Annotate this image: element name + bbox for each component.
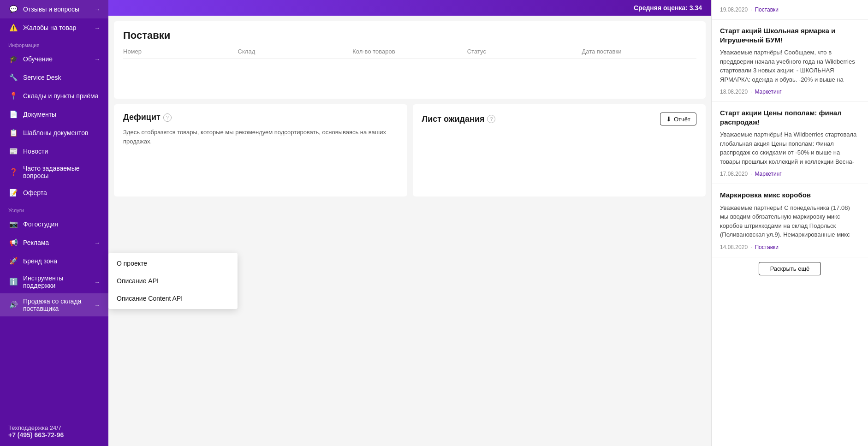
news-body-1: Уважаемые партнёры! Сообщаем, что в пред… (720, 48, 860, 85)
sidebar-item-label: Жалобы на товар (23, 24, 76, 31)
deficit-section: Дефицит ? Здесь отобразятся товары, кото… (114, 104, 407, 196)
col-date: Дата поставки (582, 48, 696, 55)
sidebar-item-label: Новости (23, 148, 48, 155)
col-number: Номер (123, 48, 238, 55)
support-phone: +7 (495) 663-72-96 (8, 431, 100, 439)
sidebar-item-label: Обучение (23, 55, 53, 63)
waitlist-help-icon[interactable]: ? (487, 115, 495, 123)
news-meta-2: 17.08.2020 · Маркетинг (720, 171, 860, 177)
deficit-header: Дефицит ? (123, 113, 398, 122)
news-body-2: Уважаемые партнёры! На Wildberries старт… (720, 130, 860, 167)
news-item-3[interactable]: Маркировка микс коробов Уважаемые партне… (712, 184, 868, 257)
wrench-icon: 🔧 (8, 72, 18, 83)
sidebar-item-servicedesk[interactable]: 🔧 Service Desk (0, 68, 108, 87)
supplies-table-header: Номер Склад Кол-во товаров Статус Дата п… (123, 48, 696, 59)
news-title-2: Старт акции Цены пополам: финал распрода… (720, 108, 860, 126)
sidebar-item-warehouses[interactable]: 📍 Склады и пункты приёма (0, 87, 108, 105)
waitlist-section: Лист ожидания ? ⬇ Отчёт (413, 104, 706, 196)
camera-icon: 📷 (8, 219, 18, 229)
rocket-icon: 🚀 (8, 256, 18, 266)
news-item-2[interactable]: Старт акции Цены пополам: финал распрода… (712, 102, 868, 184)
news-meta-1: 18.08.2020 · Маркетинг (720, 89, 860, 95)
main-area: Средняя оценка: 3.34 Поставки Номер Скла… (108, 0, 868, 446)
col-warehouse: Склад (238, 48, 353, 55)
location-icon: 📍 (8, 91, 18, 101)
sidebar-item-photostudio[interactable]: 📷 Фотостудия (0, 215, 108, 233)
sidebar-item-label: Реклама (23, 239, 49, 246)
supplies-title: Поставки (123, 30, 696, 42)
sidebar-item-stock[interactable]: 🔊 Продажа со склада поставщика → (0, 293, 108, 316)
support-label: Техподдержка 24/7 (8, 424, 100, 431)
arrow-icon: → (94, 279, 100, 285)
sidebar-item-label: Продажа со склада поставщика (23, 297, 94, 312)
news-tag-2: Маркетинг (755, 171, 781, 177)
news-item-1[interactable]: Старт акций Школьная ярмарка и Игрушечны… (712, 20, 868, 102)
col-qty: Кол-во товаров (352, 48, 467, 55)
news-date-3: 14.08.2020 (720, 244, 748, 250)
chat-icon: 💬 (8, 4, 18, 14)
news-tag-0: Поставки (755, 6, 779, 13)
sidebar-item-label: Шаблоны документов (23, 129, 89, 137)
sidebar-item-templates[interactable]: 📋 Шаблоны документов (0, 124, 108, 142)
expand-button[interactable]: Раскрыть ещё (759, 262, 821, 275)
report-button[interactable]: ⬇ Отчёт (660, 113, 696, 125)
megaphone-icon: 📢 (8, 238, 18, 248)
clipboard-icon: 📋 (8, 128, 18, 138)
speaker-icon: 🔊 (8, 300, 18, 310)
graduation-icon: 🎓 (8, 54, 18, 64)
deficit-help-icon[interactable]: ? (163, 113, 172, 122)
sidebar-item-tools[interactable]: ℹ️ Инструменты поддержки → (0, 270, 108, 293)
sidebar-item-faq[interactable]: ❓ Часто задаваемые вопросы (0, 161, 108, 184)
sidebar-item-label: Оферта (23, 189, 47, 196)
dropdown-menu: О проекте Описание API Описание Content … (108, 253, 238, 309)
info-icon: ℹ️ (8, 277, 18, 287)
news-date-0: 19.08.2020 (720, 6, 748, 13)
deficit-title: Дефицит (123, 113, 161, 122)
question-icon: ❓ (8, 167, 18, 177)
dropdown-item-about[interactable]: О проекте (108, 255, 238, 272)
sidebar-item-news[interactable]: 📰 Новости (0, 142, 108, 161)
sidebar-item-offer[interactable]: 📝 Оферта (0, 184, 108, 202)
sidebar-item-complaints[interactable]: ⚠️ Жалобы на товар → (0, 18, 108, 37)
arrow-icon: → (94, 302, 100, 309)
sidebar-item-reviews[interactable]: 💬 Отзывы и вопросы → (0, 0, 108, 18)
rating-text: Средняя оценка: 3.34 (634, 4, 702, 12)
news-item-0: 19.08.2020 · Поставки (712, 0, 868, 20)
offer-icon: 📝 (8, 188, 18, 198)
sidebar-item-documents[interactable]: 📄 Документы (0, 105, 108, 124)
center-panel: Средняя оценка: 3.34 Поставки Номер Скла… (108, 0, 711, 446)
sidebar-item-label: Бренд зона (23, 257, 57, 265)
sidebar-section-info: Информация (0, 37, 108, 50)
download-icon: ⬇ (666, 115, 672, 123)
news-title-3: Маркировка микс коробов (720, 190, 860, 200)
col-status: Статус (467, 48, 582, 55)
news-icon: 📰 (8, 146, 18, 156)
deficit-hint: Здесь отобразятся товары, которые мы рек… (123, 128, 398, 146)
dropdown-item-api[interactable]: Описание API (108, 272, 238, 290)
news-title-1: Старт акций Школьная ярмарка и Игрушечны… (720, 26, 860, 44)
report-label: Отчёт (674, 116, 690, 123)
news-date-1: 18.08.2020 (720, 89, 748, 95)
news-meta-3: 14.08.2020 · Поставки (720, 244, 860, 250)
news-date-2: 17.08.2020 (720, 171, 748, 177)
news-tag-3: Поставки (755, 244, 779, 250)
sidebar-item-label: Отзывы и вопросы (23, 6, 79, 13)
warning-icon: ⚠️ (8, 23, 18, 33)
content-area: Средняя оценка: 3.34 Поставки Номер Скла… (108, 0, 868, 446)
right-panel: 19.08.2020 · Поставки Старт акций Школьн… (711, 0, 868, 446)
dropdown-item-content-api[interactable]: Описание Content API (108, 290, 238, 307)
sidebar-item-label: Склады и пункты приёма (23, 92, 99, 100)
sidebar-item-education[interactable]: 🎓 Обучение → (0, 50, 108, 68)
sidebar-footer: Техподдержка 24/7 +7 (495) 663-72-96 (0, 417, 108, 446)
sidebar: 💬 Отзывы и вопросы → ⚠️ Жалобы на товар … (0, 0, 108, 446)
document-icon: 📄 (8, 109, 18, 119)
sidebar-item-label: Service Desk (23, 74, 61, 81)
sidebar-item-brandzone[interactable]: 🚀 Бренд зона (0, 252, 108, 270)
arrow-icon: → (94, 24, 100, 31)
rating-bar: Средняя оценка: 3.34 (108, 0, 711, 16)
sidebar-section-services: Услуги (0, 202, 108, 215)
sidebar-item-label: Часто задаваемые вопросы (23, 165, 100, 179)
sidebar-item-ads[interactable]: 📢 Реклама → (0, 233, 108, 252)
waitlist-header: Лист ожидания ? ⬇ Отчёт (422, 113, 697, 125)
news-tag-1: Маркетинг (755, 89, 781, 95)
